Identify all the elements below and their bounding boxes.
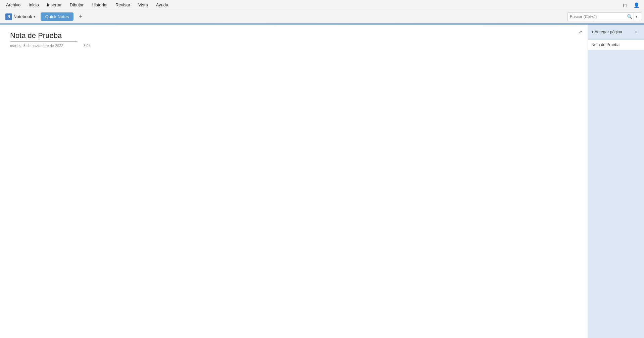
quick-notes-tab[interactable]: Quick Notes: [41, 12, 74, 21]
menu-dibujar[interactable]: Dibujar: [66, 1, 87, 9]
sort-button[interactable]: ≡: [631, 27, 641, 37]
notebook-icon: N: [5, 13, 12, 20]
add-page-button[interactable]: + Agregar página ≡: [588, 25, 644, 40]
toolbar: N Notebook ▾ Quick Notes + 🔍 ▾: [0, 10, 644, 24]
person-icon: 👤: [634, 2, 639, 8]
menu-archivo[interactable]: Archivo: [3, 1, 24, 9]
search-dropdown-button[interactable]: ▾: [634, 12, 639, 21]
menu-insertar[interactable]: Insertar: [44, 1, 65, 9]
expand-icon: ↗: [578, 29, 582, 35]
sort-icon: ≡: [635, 29, 637, 35]
main-content: ↗ Nota de Prueba martes, 8 de noviembre …: [0, 25, 644, 338]
expand-button[interactable]: ↗: [576, 28, 584, 36]
note-time: 3:04: [83, 44, 90, 48]
add-section-button[interactable]: +: [76, 12, 85, 21]
menu-ayuda[interactable]: Ayuda: [153, 1, 172, 9]
menu-bar: Archivo Inicio Insertar Dibujar Historia…: [0, 0, 644, 10]
search-input[interactable]: [570, 14, 627, 19]
note-meta: martes, 8 de noviembre de 2022 3:04: [10, 44, 578, 48]
notebook-label: Notebook: [13, 14, 32, 19]
search-icon[interactable]: 🔍: [627, 14, 632, 19]
add-page-label: + Agregar página: [591, 30, 622, 34]
window-restore-icon: ◻: [623, 2, 627, 8]
right-panel: + Agregar página ≡ Nota de Prueba: [588, 25, 644, 338]
search-dropdown-icon: ▾: [636, 15, 637, 18]
pages-area: [588, 50, 644, 338]
page-item[interactable]: Nota de Prueba: [588, 40, 644, 50]
window-user-button[interactable]: 👤: [631, 0, 641, 10]
notebook-button[interactable]: N Notebook ▾: [3, 12, 38, 22]
window-controls: ◻ 👤: [620, 0, 641, 10]
window-restore-button[interactable]: ◻: [620, 0, 630, 10]
note-date: martes, 8 de noviembre de 2022: [10, 44, 63, 48]
note-editor[interactable]: ↗ Nota de Prueba martes, 8 de noviembre …: [0, 25, 588, 338]
menu-inicio[interactable]: Inicio: [25, 1, 42, 9]
menu-revisar[interactable]: Revisar: [112, 1, 134, 9]
note-title: Nota de Prueba: [10, 31, 77, 42]
search-box: 🔍 ▾: [567, 12, 641, 21]
menu-vista[interactable]: Vista: [135, 1, 151, 9]
menu-historial[interactable]: Historial: [88, 1, 111, 9]
chevron-down-icon: ▾: [34, 15, 35, 18]
